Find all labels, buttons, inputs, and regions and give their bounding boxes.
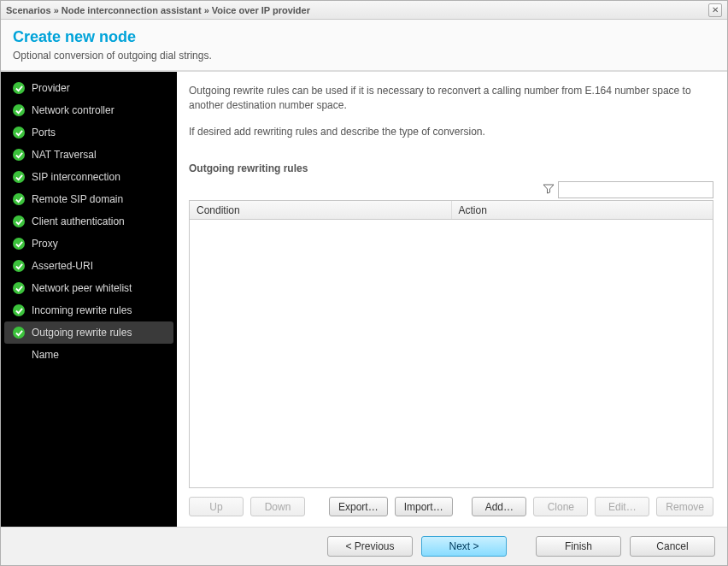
finish-button[interactable]: Finish (536, 536, 621, 557)
column-condition[interactable]: Condition (190, 201, 452, 219)
sidebar-item-label: Network controller (32, 104, 114, 116)
sidebar-item-network-controller[interactable]: Network controller (1, 99, 177, 121)
import-button[interactable]: Import… (395, 497, 453, 516)
sidebar-item-proxy[interactable]: Proxy (1, 233, 177, 255)
check-icon (13, 193, 25, 205)
sidebar-item-label: SIP interconnection (32, 171, 120, 183)
close-button[interactable]: ✕ (708, 3, 722, 17)
sidebar-item-label: Provider (32, 82, 70, 94)
content-panel: Outgoing rewrite rules can be used if it… (177, 72, 727, 527)
sidebar-item-label: Network peer whitelist (32, 282, 132, 294)
column-action[interactable]: Action (452, 201, 713, 219)
sidebar-item-provider[interactable]: Provider (1, 77, 177, 99)
section-label: Outgoing rewriting rules (189, 162, 713, 174)
check-icon (13, 127, 25, 139)
filter-input[interactable] (558, 181, 713, 198)
close-icon: ✕ (712, 5, 719, 15)
clone-button: Clone (533, 497, 588, 516)
previous-button[interactable]: < Previous (327, 536, 413, 557)
check-icon (13, 238, 25, 250)
wizard-window: Scenarios » Node interconnection assista… (0, 0, 728, 566)
breadcrumb: Scenarios » Node interconnection assista… (6, 5, 708, 15)
sidebar-item-network-peer-whitelist[interactable]: Network peer whitelist (1, 277, 177, 299)
filter-icon[interactable] (543, 183, 555, 198)
check-icon (13, 149, 25, 161)
page-title: Create new node (13, 28, 715, 46)
up-button: Up (189, 497, 244, 516)
check-icon (13, 260, 25, 272)
cancel-button[interactable]: Cancel (630, 536, 715, 557)
sidebar-item-outgoing-rewrite-rules[interactable]: Outgoing rewrite rules (4, 321, 173, 344)
filter-row (189, 180, 713, 200)
check-icon (13, 282, 25, 294)
sidebar-item-nat-traversal[interactable]: NAT Traversal (1, 144, 177, 166)
check-icon (13, 304, 25, 316)
check-icon (13, 104, 25, 116)
add-button[interactable]: Add… (472, 497, 526, 516)
sidebar-item-sip-interconnection[interactable]: SIP interconnection (1, 166, 177, 188)
intro-text-1: Outgoing rewrite rules can be used if it… (189, 84, 713, 113)
sidebar-item-name[interactable]: Name (1, 344, 177, 366)
table-buttons: Up Down Export… Import… Add… Clone Edit…… (189, 497, 713, 516)
check-icon (13, 327, 25, 339)
down-button: Down (250, 497, 305, 516)
sidebar-item-ports[interactable]: Ports (1, 121, 177, 144)
sidebar-item-label: Ports (32, 127, 56, 139)
edit-button: Edit… (595, 497, 649, 516)
titlebar: Scenarios » Node interconnection assista… (1, 1, 727, 20)
sidebar-item-label: Client authentication (32, 215, 125, 227)
header-panel: Create new node Optional conversion of o… (1, 20, 727, 71)
sidebar-item-label: Outgoing rewrite rules (32, 327, 132, 339)
sidebar-item-client-authentication[interactable]: Client authentication (1, 210, 177, 233)
sidebar-item-label: NAT Traversal (32, 149, 97, 161)
export-button[interactable]: Export… (329, 497, 388, 516)
table-header: Condition Action (190, 201, 713, 220)
check-icon (13, 171, 25, 183)
remove-button: Remove (656, 497, 713, 516)
wizard-footer: < Previous Next > Finish Cancel (1, 528, 727, 565)
sidebar-item-label: Name (32, 349, 59, 361)
rules-table: Condition Action (189, 200, 713, 488)
next-button[interactable]: Next > (421, 536, 507, 557)
page-subtitle: Optional conversion of outgoing dial str… (13, 50, 715, 62)
sidebar-item-label: Incoming rewrite rules (32, 304, 132, 316)
sidebar-item-label: Proxy (32, 238, 58, 250)
check-icon (13, 215, 25, 227)
sidebar-item-label: Asserted-URI (32, 260, 93, 272)
sidebar-item-incoming-rewrite-rules[interactable]: Incoming rewrite rules (1, 299, 177, 321)
table-body (190, 220, 713, 487)
sidebar-item-label: Remote SIP domain (32, 193, 123, 205)
body: Provider Network controller Ports NAT Tr… (1, 71, 727, 528)
sidebar-item-asserted-uri[interactable]: Asserted-URI (1, 255, 177, 277)
sidebar-item-remote-sip-domain[interactable]: Remote SIP domain (1, 188, 177, 210)
intro-text-2: If desired add rewriting rules and descr… (189, 125, 713, 139)
wizard-sidebar: Provider Network controller Ports NAT Tr… (1, 72, 177, 527)
check-icon (13, 82, 25, 94)
